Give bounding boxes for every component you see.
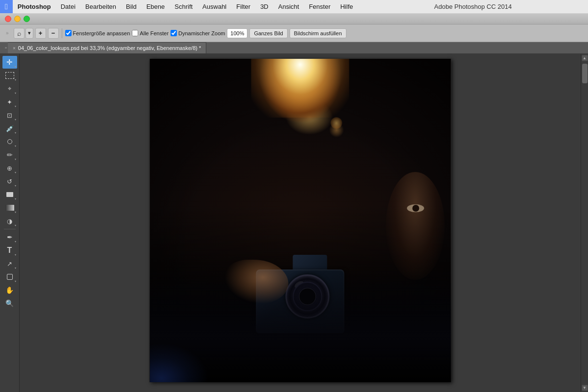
zoom-percent-display: 100% bbox=[227, 28, 247, 38]
zoom-tool-btn[interactable]: 🔍 bbox=[2, 297, 17, 310]
tool-arrow-icon: ▾ bbox=[15, 157, 16, 161]
flash-glow bbox=[251, 59, 349, 118]
tool-arrow-icon: ▾ bbox=[15, 266, 16, 270]
clone-stamp-tool-btn[interactable]: ⊕ ▾ bbox=[2, 162, 17, 174]
eye-area bbox=[407, 204, 427, 214]
fit-window-checkbox-label[interactable]: Fenstergröße anpassen bbox=[65, 30, 130, 36]
menu-3d[interactable]: 3D bbox=[255, 0, 273, 13]
healing-brush-tool-btn[interactable]: ▾ bbox=[2, 135, 17, 148]
menu-fenster[interactable]: Fenster bbox=[304, 0, 335, 13]
dynamic-zoom-checkbox-label[interactable]: Dynamischer Zoom bbox=[171, 30, 225, 36]
tool-arrow-icon: ▾ bbox=[15, 65, 16, 68]
tool-arrow-icon: ▾ bbox=[15, 240, 16, 243]
brush-tool-btn[interactable]: ✏ ▾ bbox=[2, 148, 17, 161]
maximize-button[interactable] bbox=[24, 16, 30, 22]
menu-filter[interactable]: Filter bbox=[231, 0, 255, 13]
face-area bbox=[386, 172, 445, 280]
close-button[interactable] bbox=[5, 16, 11, 22]
eye-white bbox=[407, 204, 424, 212]
panel-toggle-left[interactable]: » bbox=[4, 42, 8, 53]
tab-title: 04_06_color_lookups.psd bei 33,3% (edgya… bbox=[18, 45, 201, 51]
tool-arrow-icon: ▾ bbox=[15, 253, 16, 256]
vertical-scrollbar: ▲ ▼ bbox=[581, 54, 588, 392]
zoom-controls: ⌕ ▾ bbox=[14, 28, 33, 39]
separator-1 bbox=[62, 28, 62, 38]
tool-arrow-icon: ▾ bbox=[15, 78, 16, 81]
tool-arrow-icon: ▾ bbox=[15, 118, 16, 121]
move-tool-btn[interactable]: ✛ ▾ bbox=[2, 56, 17, 69]
eyedropper-tool-btn[interactable]: 💉 ▾ bbox=[2, 122, 17, 135]
menu-hilfe[interactable]: Hilfe bbox=[335, 0, 358, 13]
tool-arrow-icon: ▾ bbox=[15, 210, 16, 214]
tool-arrow-icon: ▾ bbox=[15, 223, 16, 227]
photo-background: Nikon bbox=[149, 59, 451, 382]
scroll-thumb[interactable] bbox=[582, 64, 588, 83]
pen-tool-btn[interactable]: ✒ ▾ bbox=[2, 231, 17, 244]
magic-wand-tool-btn[interactable]: ✦ ▾ bbox=[2, 96, 17, 108]
menu-bearbeiten[interactable]: Bearbeiten bbox=[80, 0, 121, 13]
options-toolbar: » ⌕ ▾ + − Fenstergröße anpassen Alle Fen… bbox=[0, 24, 588, 42]
all-windows-checkbox[interactable] bbox=[132, 30, 138, 36]
zoom-tool-icon[interactable]: ⌕ bbox=[14, 28, 24, 39]
marquee-tool-btn[interactable]: ▾ bbox=[2, 69, 17, 82]
window-chrome bbox=[0, 14, 588, 24]
canvas-area: Nikon bbox=[20, 54, 581, 392]
hand-tool-btn[interactable]: ✋ bbox=[2, 284, 17, 296]
apple-menu[interactable]:  bbox=[0, 0, 13, 13]
tool-arrow-icon: ▾ bbox=[15, 279, 16, 283]
tool-arrow-icon: ▾ bbox=[15, 104, 16, 108]
scroll-up-btn[interactable]: ▲ bbox=[582, 55, 588, 61]
menu-datei[interactable]: Datei bbox=[56, 0, 80, 13]
panel-expand-btn[interactable]: » bbox=[3, 30, 12, 36]
menu-auswahl[interactable]: Auswahl bbox=[197, 0, 231, 13]
menu-ebene[interactable]: Ebene bbox=[142, 0, 170, 13]
crop-tool-btn[interactable]: ⊡ ▾ bbox=[2, 109, 17, 122]
path-selection-tool-btn[interactable]: ↗ ▾ bbox=[2, 257, 17, 270]
all-windows-checkbox-label[interactable]: Alle Fenster bbox=[132, 30, 169, 36]
scroll-down-btn[interactable]: ▼ bbox=[582, 385, 588, 391]
lasso-tool-btn[interactable]: ⌖ ▾ bbox=[2, 82, 17, 95]
fill-screen-button[interactable]: Bildschirm ausfüllen bbox=[290, 28, 346, 38]
tool-arrow-icon: ▾ bbox=[15, 184, 16, 187]
bokeh-spot bbox=[330, 117, 342, 129]
tool-arrow-icon: ▾ bbox=[15, 171, 16, 174]
menu-bild[interactable]: Bild bbox=[121, 0, 142, 13]
gradient-tool-btn[interactable]: ▾ bbox=[2, 201, 17, 214]
fit-window-checkbox[interactable] bbox=[65, 30, 72, 36]
document-tab-bar: » × 04_06_color_lookups.psd bei 33,3% (e… bbox=[0, 42, 588, 54]
eye-pupil bbox=[412, 205, 419, 212]
app-menu-photoshop[interactable]: Photoshop bbox=[13, 0, 56, 13]
mac-menu-bar:  Photoshop Datei Bearbeiten Bild Ebene … bbox=[0, 0, 588, 14]
canvas-container: Nikon bbox=[149, 59, 451, 382]
window-title: Adobe Photoshop CC 2014 bbox=[358, 3, 588, 10]
dynamic-zoom-checkbox[interactable] bbox=[171, 30, 177, 36]
zoom-out-btn[interactable]: − bbox=[48, 28, 59, 39]
photo-canvas[interactable]: Nikon bbox=[149, 59, 451, 382]
eraser-tool-btn[interactable]: ▾ bbox=[2, 188, 17, 201]
dodge-tool-btn[interactable]: ◑ ▾ bbox=[2, 215, 17, 227]
fit-page-button[interactable]: Ganzes Bild bbox=[249, 28, 287, 38]
tool-arrow-icon: ▾ bbox=[15, 91, 16, 95]
tool-arrow-icon: ▾ bbox=[15, 131, 16, 134]
left-tools-panel: ✛ ▾ ▾ ⌖ ▾ ✦ ▾ ⊡ ▾ 💉 ▾ bbox=[0, 54, 20, 392]
tool-arrow-icon: ▾ bbox=[15, 144, 16, 147]
type-tool-btn[interactable]: T ▾ bbox=[2, 244, 17, 257]
zoom-dropdown[interactable]: ▾ bbox=[25, 28, 33, 39]
history-brush-tool-btn[interactable]: ↺ ▾ bbox=[2, 175, 17, 188]
minimize-button[interactable] bbox=[14, 16, 21, 22]
document-tab[interactable]: × 04_06_color_lookups.psd bei 33,3% (edg… bbox=[8, 42, 206, 53]
shape-tool-btn[interactable]: ▾ bbox=[2, 270, 17, 283]
toolbar-separator bbox=[4, 229, 16, 229]
blue-light-corner bbox=[149, 343, 208, 382]
zoom-in-btn[interactable]: + bbox=[35, 28, 46, 39]
menu-ansicht[interactable]: Ansicht bbox=[273, 0, 304, 13]
main-workspace: ✛ ▾ ▾ ⌖ ▾ ✦ ▾ ⊡ ▾ 💉 ▾ bbox=[0, 54, 588, 392]
tool-arrow-icon: ▾ bbox=[15, 197, 16, 200]
scroll-track[interactable] bbox=[581, 61, 588, 385]
menu-schrift[interactable]: Schrift bbox=[170, 0, 197, 13]
tab-close-btn[interactable]: × bbox=[13, 46, 16, 51]
